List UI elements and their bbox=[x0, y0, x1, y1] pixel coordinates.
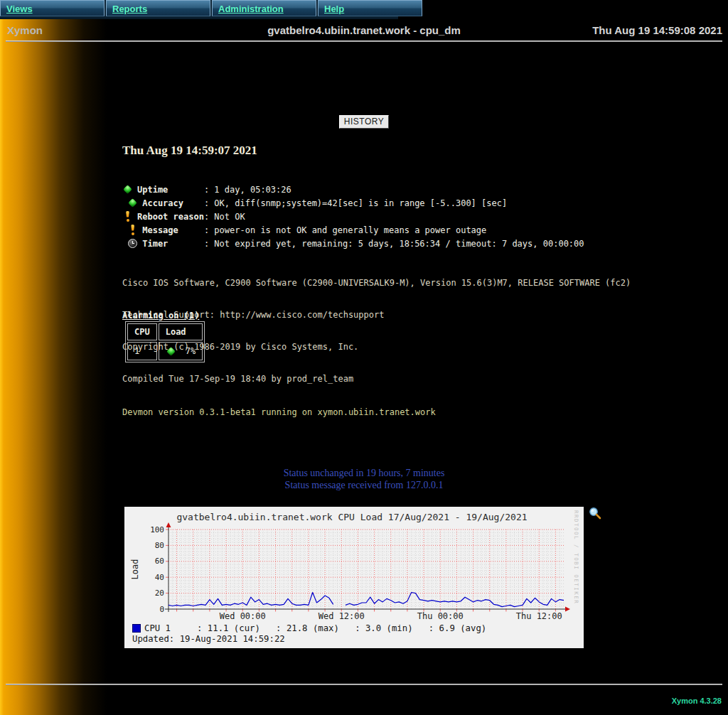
header-divider bbox=[6, 41, 722, 42]
graph-y-axis-label: Load bbox=[130, 548, 141, 591]
devmon-version-line: Devmon version 0.3.1-beta1 running on xy… bbox=[122, 407, 436, 417]
graph-legend: CPU 1 : 11.1 (cur) : 21.8 (max) : 3.0 (m… bbox=[132, 623, 486, 633]
status-row-message: Message : power-on is not OK and general… bbox=[127, 223, 584, 237]
menu-item-administration[interactable]: Administration bbox=[212, 0, 316, 16]
y-tick-label: 100 bbox=[137, 525, 164, 534]
alarm-load-cell: 7% bbox=[159, 342, 203, 360]
status-label: Timer bbox=[142, 239, 204, 249]
cpu-load-graph[interactable]: gvatbelro4.ubiin.tranet.work CPU Load 17… bbox=[124, 507, 584, 648]
menu-link-help[interactable]: Help bbox=[324, 4, 344, 14]
green-diamond-icon bbox=[166, 345, 176, 357]
system-info-line: Cisco IOS Software, C2900 Software (C290… bbox=[122, 278, 631, 289]
status-date-heading: Thu Aug 19 14:59:07 2021 bbox=[122, 144, 257, 158]
alarm-col-load: Load bbox=[159, 323, 203, 340]
status-lines: Uptime : 1 day, 05:03:26 Accuracy : OK, … bbox=[122, 183, 584, 250]
status-row-timer: Timer : Not expired yet, remaining: 5 da… bbox=[127, 237, 584, 250]
status-value: : Not OK bbox=[204, 212, 245, 222]
menu-item-help[interactable]: Help bbox=[318, 0, 422, 16]
menu-link-administration[interactable]: Administration bbox=[218, 4, 284, 14]
green-diamond-icon bbox=[127, 198, 138, 209]
status-label: Message bbox=[142, 225, 204, 235]
rrdtool-watermark: RRDTOOL / TOBI OETIKER bbox=[573, 510, 579, 644]
status-row-uptime: Uptime : 1 day, 05:03:26 bbox=[122, 183, 584, 196]
status-value: : 1 day, 05:03:26 bbox=[204, 185, 291, 195]
green-diamond-icon bbox=[122, 184, 133, 195]
history-button[interactable]: HISTORY bbox=[339, 115, 389, 129]
status-row-reboot-reason: Reboot reason: Not OK bbox=[122, 210, 584, 223]
graph-title: gvatbelro4.ubiin.tranet.work CPU Load 17… bbox=[124, 512, 579, 522]
menu-bar: Views Reports Administration Help bbox=[0, 0, 398, 19]
status-label: Reboot reason bbox=[137, 212, 204, 222]
background-gradient bbox=[0, 19, 121, 715]
x-tick-label: Thu 12:00 bbox=[510, 611, 567, 621]
page-header: Xymon gvatbelro4.ubiin.tranet.work - cpu… bbox=[0, 21, 728, 40]
x-tick-label: Wed 00:00 bbox=[214, 611, 271, 621]
status-value: : power-on is not OK and generally means… bbox=[204, 225, 486, 235]
status-row-accuracy: Accuracy : OK, diff(snmp;system)=42[sec]… bbox=[127, 196, 584, 210]
status-unchanged-line: Status unchanged in 19 hours, 7 minutes bbox=[0, 468, 728, 479]
x-tick-label: Thu 00:00 bbox=[412, 611, 469, 621]
legend-color-swatch bbox=[132, 624, 141, 633]
status-value: : OK, diff(snmp;system)=42[sec] is in ra… bbox=[204, 198, 507, 208]
graph-updated-line: Updated: 19-Aug-2021 14:59:22 bbox=[132, 634, 285, 644]
alarm-cpu-value: 1 bbox=[127, 342, 157, 360]
x-tick-label: Wed 12:00 bbox=[313, 611, 370, 621]
header-date: Thu Aug 19 14:59:08 2021 bbox=[592, 24, 722, 36]
menu-link-reports[interactable]: Reports bbox=[112, 4, 147, 14]
y-tick-label: 80 bbox=[137, 541, 164, 550]
footer-divider bbox=[6, 684, 722, 685]
graph-zoom-icon[interactable] bbox=[588, 506, 602, 520]
alarm-table: CPU Load 1 7% bbox=[125, 321, 205, 362]
y-tick-label: 0 bbox=[137, 605, 164, 614]
menu-item-views[interactable]: Views bbox=[0, 0, 105, 16]
y-tick-label: 60 bbox=[137, 557, 164, 566]
system-info-line: Compiled Tue 17-Sep-19 18:40 by prod_rel… bbox=[122, 374, 631, 385]
legend-text: CPU 1 : 11.1 (cur) : 21.8 (max) : 3.0 (m… bbox=[144, 623, 486, 633]
status-label: Accuracy bbox=[142, 198, 204, 208]
menu-link-views[interactable]: Views bbox=[6, 4, 33, 14]
yellow-exclamation-icon bbox=[122, 211, 133, 222]
menu-item-reports[interactable]: Reports bbox=[106, 0, 210, 16]
status-value: : Not expired yet, remaining: 5 days, 18… bbox=[204, 239, 584, 249]
alarming-title[interactable]: Alarming on (1) bbox=[122, 311, 199, 321]
y-tick-label: 40 bbox=[137, 573, 164, 582]
status-received-line: Status message received from 127.0.0.1 bbox=[0, 480, 728, 491]
alarm-table-header-row: CPU Load bbox=[127, 323, 203, 340]
yellow-exclamation-icon bbox=[127, 225, 138, 236]
alarm-col-cpu: CPU bbox=[127, 323, 157, 340]
footer-version: Xymon 4.3.28 bbox=[672, 697, 722, 705]
alarm-table-row: 1 7% bbox=[127, 342, 203, 360]
alarm-load-value: 7% bbox=[186, 346, 196, 356]
y-tick-label: 20 bbox=[137, 588, 164, 598]
status-label: Uptime bbox=[137, 185, 204, 195]
clock-icon bbox=[127, 238, 138, 249]
